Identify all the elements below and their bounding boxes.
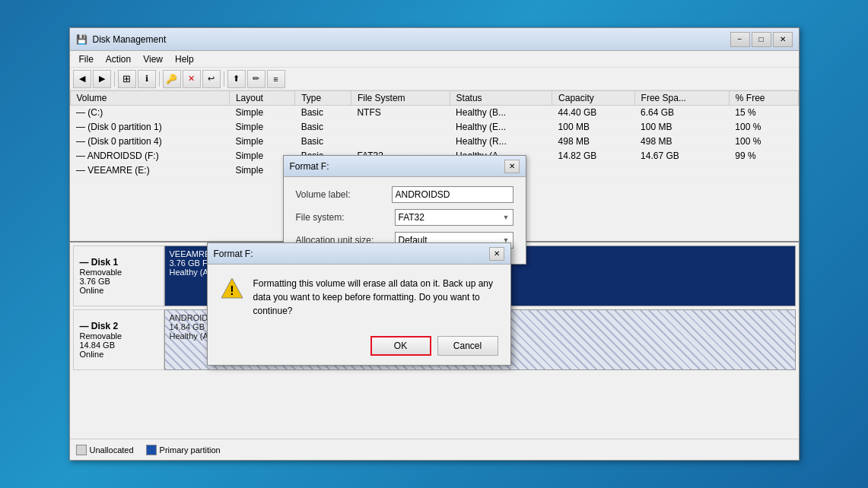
cell-pct: 99 %	[729, 149, 798, 163]
filesystem-select[interactable]: FAT32 ▼	[395, 209, 513, 226]
table-row[interactable]: — (C:) Simple Basic NTFS Healthy (B... 4…	[70, 106, 798, 120]
form-row-filesystem: File system: FAT32 ▼	[296, 209, 513, 226]
up-button[interactable]: ⬆	[227, 70, 246, 88]
cell-free: 6.64 GB	[634, 106, 729, 120]
disk-2-name: — Disk 2	[80, 321, 157, 331]
cell-pct: 15 %	[729, 106, 798, 120]
cell-volume: — (Disk 0 partition 4)	[70, 135, 229, 149]
cell-capacity: 100 MB	[552, 120, 635, 135]
cell-fs	[351, 135, 450, 149]
cell-volume: — VEEAMRE (E:)	[70, 163, 229, 178]
cell-free: 100 MB	[634, 120, 729, 135]
info-button[interactable]: ℹ	[138, 70, 156, 88]
window-controls: − □ ✕	[730, 32, 793, 47]
content-area: Volume Layout Type File System Status Ca…	[70, 90, 799, 460]
cell-status: Healthy (B...	[450, 106, 552, 120]
cell-pct	[729, 163, 798, 178]
app-icon: 💾	[76, 33, 88, 46]
format-dialog-titlebar: Format F: ✕	[284, 156, 526, 177]
volume-label-input[interactable]	[392, 186, 513, 203]
cell-capacity	[552, 163, 635, 178]
confirm-body: ! Formatting this volume will erase all …	[208, 265, 510, 330]
cell-status: Healthy (R...	[450, 135, 552, 149]
confirm-title: Format F:	[214, 249, 489, 259]
menu-view[interactable]: View	[137, 52, 169, 66]
back-button[interactable]: ◀	[73, 70, 91, 88]
minimize-button[interactable]: −	[730, 32, 750, 47]
cell-type: Basic	[295, 135, 351, 149]
legend-unallocated-box	[76, 445, 87, 455]
maximize-button[interactable]: □	[752, 32, 771, 47]
key-button[interactable]: 🔑	[163, 70, 181, 88]
cell-layout: Simple	[229, 135, 294, 149]
cell-free: 498 MB	[634, 135, 729, 149]
ok-button[interactable]: OK	[370, 336, 431, 356]
table-row[interactable]: — (Disk 0 partition 1) Simple Basic Heal…	[70, 120, 798, 135]
cell-free	[634, 163, 729, 178]
legend-primary: Primary partition	[146, 445, 221, 455]
toolbar-separator-3	[224, 71, 224, 87]
format-dialog-close[interactable]: ✕	[504, 160, 520, 173]
window-title: Disk Management	[93, 34, 730, 45]
col-capacity[interactable]: Capacity	[552, 91, 635, 106]
col-filesystem[interactable]: File System	[351, 91, 450, 106]
confirm-title-bar: Format F: ✕	[208, 243, 510, 265]
filesystem-value: FAT32	[399, 212, 503, 223]
cell-capacity: 14.82 GB	[552, 149, 635, 163]
warning-icon: !	[220, 277, 244, 301]
menu-bar: File Action View Help	[70, 51, 799, 68]
format-confirm-dialog[interactable]: Format F: ✕ ! Formatting this volume wil…	[207, 242, 511, 366]
disk-1-name: — Disk 1	[80, 257, 157, 268]
col-status[interactable]: Status	[450, 91, 552, 106]
disk-2-status: Online	[80, 350, 157, 359]
confirm-message: Formatting this volume will erase all da…	[253, 277, 498, 318]
cell-status: Healthy (E...	[450, 120, 552, 135]
undo-button[interactable]: ↩	[202, 70, 221, 88]
forward-button[interactable]: ▶	[93, 70, 111, 88]
confirm-buttons: OK Cancel	[208, 330, 510, 365]
edit-button[interactable]: ✏	[247, 70, 265, 88]
disk-2-label: — Disk 2 Removable 14.84 GB Online	[73, 309, 164, 370]
legend-unallocated-label: Unallocated	[90, 445, 134, 455]
legend-primary-label: Primary partition	[160, 445, 221, 455]
disk-1-type: Removable	[80, 268, 157, 277]
disk-2-size: 14.84 GB	[80, 341, 157, 350]
cell-pct: 100 %	[729, 135, 798, 149]
cell-volume: — (C:)	[70, 106, 229, 120]
toolbar-separator-2	[159, 71, 160, 87]
cancel-button[interactable]: Cancel	[437, 336, 498, 356]
delete-button[interactable]: ✕	[183, 70, 201, 88]
svg-text:!: !	[230, 284, 234, 297]
disk-2-type: Removable	[80, 331, 157, 341]
cell-fs	[351, 120, 450, 135]
close-button[interactable]: ✕	[773, 32, 793, 47]
confirm-close-button[interactable]: ✕	[489, 247, 504, 261]
toolbar: ◀ ▶ ⊞ ℹ 🔑 ✕ ↩ ⬆ ✏ ≡	[70, 68, 799, 90]
properties-button[interactable]: ⊞	[118, 70, 136, 88]
cell-volume: — ANDROIDSD (F:)	[70, 149, 229, 163]
legend-unallocated: Unallocated	[76, 445, 134, 455]
cell-pct: 100 %	[729, 120, 798, 135]
col-freespace[interactable]: Free Spa...	[634, 91, 729, 106]
menu-action[interactable]: Action	[100, 52, 137, 66]
disk-1-size: 3.76 GB	[80, 277, 157, 286]
col-pctfree[interactable]: % Free	[729, 91, 798, 106]
format-dialog-title: Format F:	[290, 161, 504, 172]
cell-type: Basic	[295, 120, 351, 135]
table-row[interactable]: — (Disk 0 partition 4) Simple Basic Heal…	[70, 135, 798, 149]
cell-type: Basic	[295, 106, 351, 120]
col-layout[interactable]: Layout	[229, 91, 294, 106]
menu-file[interactable]: File	[73, 52, 100, 66]
cell-layout: Simple	[229, 120, 294, 135]
menu-help[interactable]: Help	[169, 52, 200, 66]
col-volume[interactable]: Volume	[70, 91, 229, 106]
list-button[interactable]: ≡	[267, 70, 285, 88]
disk-1-status: Online	[80, 286, 157, 295]
form-row-volume-label: Volume label:	[296, 186, 513, 203]
toolbar-separator-1	[114, 71, 115, 87]
disk-management-window: 💾 Disk Management − □ ✕ File Action View…	[69, 27, 800, 461]
col-type[interactable]: Type	[295, 91, 351, 106]
cell-volume: — (Disk 0 partition 1)	[70, 120, 229, 135]
cell-layout: Simple	[229, 106, 294, 120]
cell-capacity: 498 MB	[552, 135, 635, 149]
